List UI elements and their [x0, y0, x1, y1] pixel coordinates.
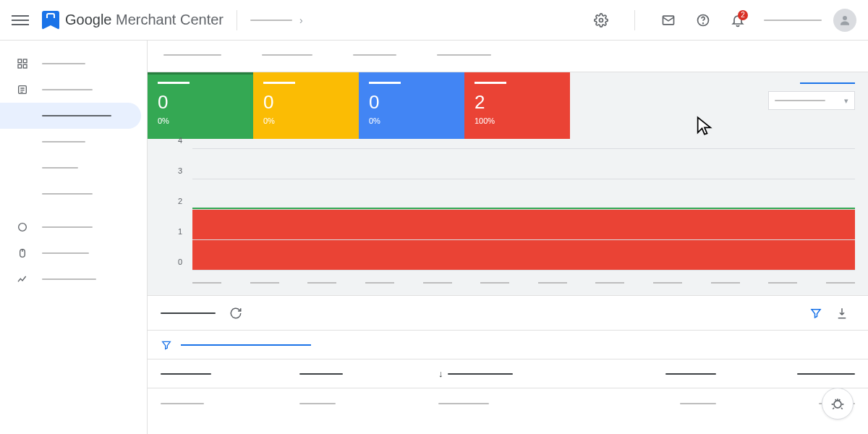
sidebar-item-label	[42, 278, 96, 280]
tab-bar	[148, 41, 868, 72]
diagnostics-panel: 0 0% 0 0% 0 0% 2 100%	[148, 72, 868, 296]
dropdown-accent	[800, 82, 855, 84]
mouse-icon	[16, 247, 29, 260]
feedback-button[interactable]	[822, 388, 854, 420]
merchant-center-logo-icon	[42, 11, 59, 30]
notifications-icon[interactable]: 2	[723, 6, 752, 35]
download-icon[interactable]	[829, 300, 855, 326]
chart-bar-disapproved	[192, 210, 855, 271]
svg-point-3	[703, 22, 704, 23]
table-header-cell[interactable]	[161, 373, 299, 375]
card-label	[475, 82, 506, 84]
svg-rect-8	[23, 64, 27, 68]
filter-icon	[161, 339, 172, 351]
help-icon[interactable]	[689, 6, 718, 35]
notification-badge: 2	[738, 10, 748, 20]
sidebar-subitem-3[interactable]	[0, 181, 147, 207]
card-label	[263, 82, 295, 84]
list-icon	[16, 83, 29, 96]
main-content: 0 0% 0 0% 0 0% 2 100%	[148, 41, 868, 434]
sidebar	[0, 41, 148, 434]
sidebar-item-label	[42, 63, 85, 64]
sort-arrow-icon: ↓	[438, 368, 443, 379]
status-card-disapproved[interactable]: 2 100%	[464, 72, 570, 139]
table-cell	[161, 403, 299, 404]
status-card-expiring[interactable]: 0 0%	[253, 72, 359, 139]
card-value: 0	[158, 91, 243, 114]
sidebar-item-label	[42, 226, 93, 228]
filter-chip[interactable]	[181, 344, 311, 346]
tab-3[interactable]	[353, 41, 396, 72]
divider	[634, 10, 635, 30]
account-label	[764, 20, 822, 21]
tab-1[interactable]	[163, 41, 221, 72]
tab-4[interactable]	[437, 41, 491, 72]
sidebar-item-label	[42, 252, 89, 254]
svg-rect-5	[18, 59, 22, 63]
card-value: 0	[263, 91, 349, 114]
app-header: Google Merchant Center › 2	[0, 0, 868, 41]
sidebar-item-marketing[interactable]	[0, 214, 147, 240]
trend-icon	[16, 273, 29, 286]
card-label	[158, 82, 190, 84]
tab-2[interactable]	[262, 41, 312, 72]
dashboard-icon	[16, 57, 29, 70]
sidebar-item-label	[42, 115, 111, 116]
table-row[interactable]	[148, 388, 868, 419]
divider	[237, 10, 237, 30]
chart-y-axis: 01234	[161, 149, 187, 271]
sidebar-item-label	[42, 193, 93, 195]
chart-x-axis	[192, 282, 855, 284]
table-header-cell[interactable]	[716, 373, 855, 375]
sidebar-item-label	[42, 167, 78, 169]
sidebar-item-active[interactable]	[0, 103, 141, 129]
svg-point-12	[834, 401, 841, 408]
table-header-cell-sorted[interactable]: ↓	[438, 368, 577, 379]
breadcrumb[interactable]: ›	[250, 14, 303, 26]
filter-icon[interactable]	[803, 300, 829, 326]
card-label	[369, 82, 401, 84]
table-cell	[438, 403, 577, 404]
chevron-right-icon: ›	[299, 14, 303, 26]
destination-selector: ▾	[768, 82, 855, 110]
card-percent: 0%	[263, 116, 349, 125]
card-percent: 0%	[369, 116, 454, 125]
card-value: 0	[369, 91, 454, 114]
sidebar-item-performance[interactable]	[0, 266, 147, 292]
status-card-active[interactable]: 0 0%	[148, 72, 253, 139]
svg-point-0	[600, 18, 603, 22]
svg-point-10	[19, 224, 27, 231]
svg-point-4	[843, 16, 847, 20]
sidebar-item-label	[42, 141, 85, 142]
status-card-pending[interactable]: 0 0%	[359, 72, 464, 139]
blank-icon	[16, 109, 29, 122]
status-chart: 01234	[161, 149, 855, 286]
avatar[interactable]	[833, 9, 856, 32]
card-percent: 100%	[475, 116, 560, 125]
sidebar-item-growth[interactable]	[0, 240, 147, 266]
mail-icon[interactable]	[654, 6, 683, 35]
svg-rect-7	[18, 64, 22, 68]
table-header-cell[interactable]	[299, 373, 438, 375]
table-toolbar	[148, 296, 868, 331]
sidebar-item-overview[interactable]	[0, 51, 147, 77]
table-header-cell[interactable]	[577, 373, 716, 375]
filter-row	[148, 331, 868, 359]
status-cards: 0 0% 0 0% 0 0% 2 100%	[148, 72, 868, 139]
circle-icon	[16, 221, 29, 234]
product-name: Google Merchant Center	[65, 12, 224, 28]
destination-dropdown[interactable]: ▾	[768, 91, 855, 110]
sidebar-subitem-2[interactable]	[0, 155, 147, 181]
chart-plot	[192, 149, 855, 271]
refresh-icon[interactable]	[223, 300, 249, 326]
table-cell	[577, 403, 716, 404]
sidebar-item-products[interactable]	[0, 77, 147, 103]
breadcrumb-item[interactable]	[250, 20, 292, 21]
toolbar-title	[161, 312, 216, 314]
menu-icon[interactable]	[12, 12, 29, 29]
card-value: 2	[475, 91, 560, 114]
sidebar-item-label	[42, 89, 93, 90]
settings-icon[interactable]	[587, 6, 616, 35]
sidebar-subitem-1[interactable]	[0, 129, 147, 155]
svg-rect-6	[23, 59, 27, 63]
